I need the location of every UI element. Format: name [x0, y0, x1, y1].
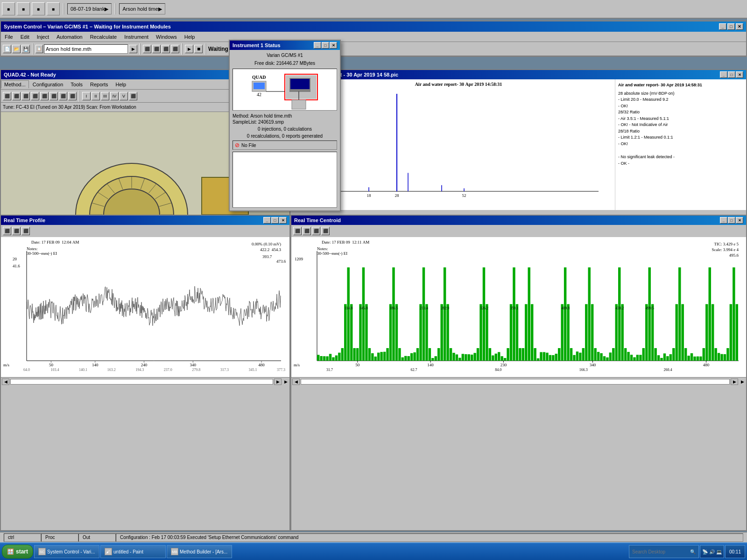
quad-btn5[interactable]: ⬛: [40, 92, 49, 100]
rtc-close[interactable]: ✕: [736, 217, 743, 224]
run-btn4[interactable]: ⬛: [171, 45, 179, 53]
quad-tab-help[interactable]: Help: [112, 81, 130, 88]
dialog-minimize[interactable]: _: [314, 42, 321, 49]
browse-btn[interactable]: ▶: [129, 45, 137, 53]
rt-profile-toolbar: ⬛ ⬛ ⬛: [1, 225, 289, 237]
quad-tab-method[interactable]: Method...: [1, 80, 29, 88]
quad-btn4[interactable]: ⬛: [31, 92, 39, 100]
sep5: [182, 43, 183, 55]
free-disk: Free disk: 216446.27 MBytes: [233, 61, 337, 66]
no-file-label: No File: [241, 143, 256, 148]
method-file-input[interactable]: [44, 44, 128, 54]
rt-profile-window: Real Time Profile _ □ ✕ ⬛ ⬛ ⬛ ◀ ▶ ▶: [0, 215, 290, 531]
rtp-btn1[interactable]: ⬛: [3, 227, 11, 235]
maximize-button[interactable]: □: [727, 23, 735, 30]
rtp-close[interactable]: ✕: [279, 217, 287, 224]
rtc-btn4[interactable]: ⬛: [321, 227, 330, 235]
menu-edit[interactable]: Edit: [17, 33, 33, 41]
rtp-btn2[interactable]: ⬛: [12, 227, 21, 235]
aw-line-8: - Limit 1.2:1 - Measured 0.1:1: [618, 134, 743, 141]
rtc-scroll-right[interactable]: ▶: [731, 378, 738, 385]
instrument-name: Varian GC/MS #1: [233, 53, 337, 58]
rtp-btn3[interactable]: ⬛: [21, 227, 30, 235]
menu-instrument[interactable]: Instrument: [120, 33, 152, 41]
aw-close[interactable]: ✕: [736, 71, 743, 78]
rtc-scroll-left[interactable]: ◀: [292, 378, 300, 385]
start-label: start: [16, 548, 28, 555]
aw-line-10: - No significant leak detected -: [618, 154, 743, 161]
rtp-maximize[interactable]: □: [271, 217, 279, 224]
scroll-left[interactable]: ◀: [2, 378, 9, 385]
rt-centroid-titlebar: Real Time Centroid _ □ ✕: [291, 216, 746, 225]
quad-btn12[interactable]: IV: [110, 92, 119, 100]
quad-tab-reports[interactable]: Reports: [86, 81, 112, 88]
quad-btn14[interactable]: ⬛: [129, 92, 137, 100]
rtc-maximize[interactable]: □: [728, 217, 735, 224]
stop-btn[interactable]: ⏹: [194, 45, 203, 53]
quad-btn3[interactable]: ⬛: [21, 92, 30, 100]
run-btn2[interactable]: ⬛: [152, 45, 161, 53]
new-btn[interactable]: 📄: [3, 45, 11, 53]
rtc-btn1[interactable]: ⬛: [293, 227, 302, 235]
scroll-indicator: ▶: [282, 379, 289, 384]
aw-chart-title: Air and water report- 30 Apr 2019 14:58:…: [618, 82, 743, 89]
toolbar-icon-3[interactable]: ■: [32, 2, 45, 15]
no-file-icon: ⊘: [235, 142, 240, 148]
quad-btn9[interactable]: I: [82, 92, 91, 100]
aw-minimize[interactable]: _: [720, 71, 727, 78]
rtp-minimize[interactable]: _: [263, 217, 271, 224]
dialog-maximize[interactable]: □: [322, 42, 329, 49]
scroll-right[interactable]: ▶: [274, 378, 282, 385]
rt-profile-title: Real Time Profile: [4, 217, 45, 223]
rt-centroid-body: [291, 237, 746, 377]
quad-btn11[interactable]: III: [101, 92, 109, 100]
method-label: Method: Arson hold time.mth: [233, 113, 337, 119]
toolbar-icon-2[interactable]: ■: [17, 2, 30, 15]
rtc-btn3[interactable]: ⬛: [312, 227, 320, 235]
dialog-close[interactable]: ✕: [330, 42, 337, 49]
clock-time: 00:11: [729, 549, 741, 554]
quad-btn7[interactable]: ⬛: [59, 92, 67, 100]
quad-tab-configuration[interactable]: Configuration: [29, 81, 67, 88]
date-file-dropdown[interactable]: 08-07-19 blank ▶: [67, 3, 112, 14]
menu-help[interactable]: Help: [181, 33, 199, 41]
save-btn[interactable]: 💾: [21, 45, 30, 53]
quad-btn6[interactable]: ⬛: [49, 92, 58, 100]
quad-btn1[interactable]: ⬛: [3, 92, 11, 100]
quad-btn8[interactable]: ⬛: [68, 92, 77, 100]
rt-profile-scrollbar[interactable]: ◀ ▶ ▶: [1, 377, 289, 385]
scrollbar-track[interactable]: [10, 379, 273, 385]
taskbar-btn-method[interactable]: MB Method Builder - [Ars...: [167, 545, 232, 558]
quad-btn2[interactable]: ⬛: [12, 92, 21, 100]
menu-inject[interactable]: Inject: [33, 33, 53, 41]
menu-recalculate[interactable]: Recalculate: [86, 33, 120, 41]
file-icon: 📋: [35, 45, 43, 53]
quad-btn10[interactable]: II: [92, 92, 100, 100]
run-btn1[interactable]: ⬛: [143, 45, 151, 53]
start-button[interactable]: 🪟 start: [2, 545, 33, 559]
rt-centroid-scrollbar[interactable]: ◀ ▶ ▶: [291, 377, 746, 385]
quad-tab-tools[interactable]: Tools: [67, 81, 86, 88]
aw-maximize[interactable]: □: [728, 71, 735, 78]
status-out: Out: [78, 533, 116, 542]
menu-automation[interactable]: Automation: [53, 33, 86, 41]
run-btn3[interactable]: ⬛: [162, 45, 170, 53]
toolbar-icon-1[interactable]: ■: [2, 2, 15, 15]
rtc-scrollbar-track[interactable]: [301, 379, 730, 385]
search-input[interactable]: [632, 549, 688, 554]
minimize-button[interactable]: _: [719, 23, 726, 30]
menu-file[interactable]: File: [1, 33, 17, 41]
open-btn[interactable]: 📂: [12, 45, 21, 53]
quad-btn13[interactable]: V: [120, 92, 128, 100]
play-btn[interactable]: ▶: [185, 45, 193, 53]
menu-windows[interactable]: Windows: [152, 33, 181, 41]
close-button[interactable]: ✕: [736, 23, 743, 30]
taskbar-btn-system[interactable]: SC System Control - Vari...: [34, 545, 99, 558]
taskbar-btn-paint[interactable]: 🖌 untitled - Paint: [100, 545, 166, 558]
rtc-minimize[interactable]: _: [720, 217, 727, 224]
rtc-btn2[interactable]: ⬛: [303, 227, 311, 235]
aw-line-5: - Air 3.5:1 - Measured 5.1:1: [618, 116, 743, 122]
instrument-dialog: Instrument 1 Status _ □ ✕ Varian GC/MS #…: [229, 40, 341, 211]
toolbar-icon-4[interactable]: ■: [47, 2, 60, 15]
arson-hold-time-dropdown[interactable]: Arson hold time ▶: [119, 3, 165, 14]
